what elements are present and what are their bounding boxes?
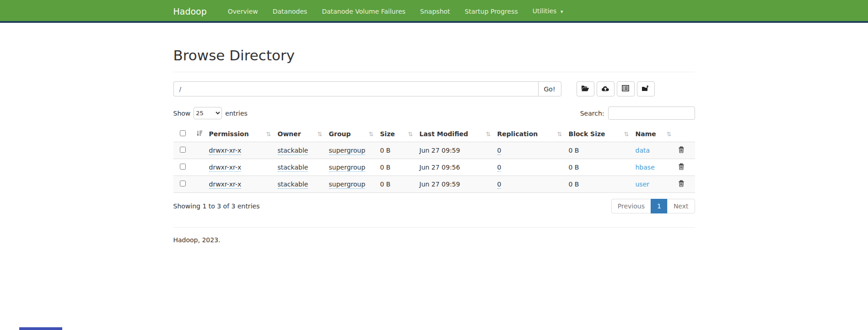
header-owner-label: Owner [278, 130, 301, 138]
header-name[interactable]: Name ⇅ [632, 126, 674, 142]
nav-item-snapshot[interactable]: Snapshot [413, 0, 457, 23]
header-permission-label: Permission [209, 130, 249, 138]
sort-amount-icon[interactable] [196, 130, 203, 138]
sort-icon: ⇅ [557, 131, 562, 138]
block-size-value: 0 B [569, 181, 579, 188]
nav-item-overview[interactable]: Overview [221, 0, 265, 23]
sort-icon: ⇅ [624, 131, 629, 138]
nav-item-datanodes[interactable]: Datanodes [265, 0, 315, 23]
size-value: 0 B [380, 164, 391, 171]
folder-move-icon [642, 85, 650, 93]
table-header-row: Permission ⇅ Owner ⇅ Group ⇅ Size ⇅ Last… [173, 126, 695, 142]
path-bar: Go! [173, 81, 695, 96]
show-label: Show [173, 110, 191, 117]
row-checkbox[interactable] [180, 181, 186, 186]
nav-item-startup-progress[interactable]: Startup Progress [458, 0, 525, 23]
directory-link[interactable]: data [636, 147, 650, 154]
delete-button[interactable] [678, 146, 685, 154]
brand-hadoop[interactable]: Hadoop [173, 0, 207, 23]
move-directory-button[interactable] [637, 81, 655, 96]
header-owner[interactable]: Owner ⇅ [274, 126, 325, 142]
directory-table: Permission ⇅ Owner ⇅ Group ⇅ Size ⇅ Last… [173, 126, 695, 193]
path-input-group: Go! [173, 81, 561, 96]
owner-value[interactable]: stackable [278, 164, 308, 172]
trash-icon [678, 180, 685, 188]
group-value[interactable]: supergroup [329, 181, 366, 189]
last-modified-value: Jun 27 09:59 [420, 147, 460, 154]
select-all-checkbox[interactable] [180, 130, 186, 136]
replication-value[interactable]: 0 [497, 147, 501, 155]
directory-link[interactable]: hbase [636, 164, 655, 171]
row-checkbox[interactable] [180, 164, 186, 170]
size-value: 0 B [380, 147, 391, 154]
directory-path-input[interactable] [173, 81, 538, 96]
sort-icon: ⇅ [408, 131, 413, 138]
table-row: drwxr-xr-x stackable supergroup 0 B Jun … [173, 159, 695, 176]
sort-icon: ⇅ [667, 131, 672, 138]
nav-item-datanode-volume-failures[interactable]: Datanode Volume Failures [314, 0, 413, 23]
header-size-label: Size [380, 130, 395, 138]
folder-open-icon [581, 85, 589, 93]
search-input[interactable] [608, 106, 695, 120]
block-size-value: 0 B [569, 164, 579, 171]
page-title: Browse Directory [173, 47, 695, 64]
permission-value[interactable]: drwxr-xr-x [209, 181, 242, 189]
owner-value[interactable]: stackable [278, 147, 308, 155]
replication-value[interactable]: 0 [497, 164, 501, 172]
file-list-button[interactable] [617, 81, 635, 96]
header-replication[interactable]: Replication ⇅ [494, 126, 565, 142]
nav-item-utilities-dropdown[interactable]: Utilities ▾ [525, 0, 571, 23]
page-length-control: Show 25 entries [173, 107, 248, 119]
entries-label: entries [225, 110, 248, 117]
table-footer: Showing 1 to 3 of 3 entries Previous 1 N… [173, 199, 695, 213]
header-last-modified[interactable]: Last Modified ⇅ [416, 126, 494, 142]
nav-item-utilities-label: Utilities [533, 7, 557, 15]
page-length-select[interactable]: 25 [194, 107, 222, 119]
pagination-next[interactable]: Next [667, 199, 695, 213]
go-button[interactable]: Go! [538, 81, 561, 96]
header-block-size[interactable]: Block Size ⇅ [565, 126, 632, 142]
upload-icon [601, 85, 609, 93]
upload-file-button[interactable] [597, 81, 615, 96]
divider [173, 227, 695, 228]
top-navbar: Hadoop Overview Datanodes Datanode Volum… [0, 0, 868, 23]
header-last-modified-label: Last Modified [420, 130, 469, 138]
table-controls: Show 25 entries Search: [173, 106, 695, 120]
table-row: drwxr-xr-x stackable supergroup 0 B Jun … [173, 142, 695, 159]
header-permission[interactable]: Permission ⇅ [205, 126, 274, 142]
trash-icon [678, 146, 685, 154]
header-select-all [173, 126, 205, 142]
sort-icon: ⇅ [369, 131, 374, 138]
list-icon [622, 85, 629, 93]
block-size-value: 0 B [569, 147, 579, 154]
delete-button[interactable] [678, 180, 685, 188]
directory-link[interactable]: user [636, 181, 650, 188]
trash-icon [678, 163, 685, 171]
header-block-size-label: Block Size [569, 130, 605, 138]
owner-value[interactable]: stackable [278, 181, 308, 189]
create-directory-button[interactable] [577, 81, 594, 96]
header-actions [674, 126, 695, 142]
sort-icon: ⇅ [318, 131, 323, 138]
permission-value[interactable]: drwxr-xr-x [209, 164, 242, 172]
header-group[interactable]: Group ⇅ [325, 126, 377, 142]
main-content: Browse Directory Go! [173, 47, 695, 244]
delete-button[interactable] [678, 163, 685, 171]
directory-toolbar [577, 81, 657, 96]
group-value[interactable]: supergroup [329, 147, 366, 155]
header-replication-label: Replication [497, 130, 538, 138]
search-control: Search: [580, 106, 695, 120]
group-value[interactable]: supergroup [329, 164, 366, 172]
row-checkbox[interactable] [180, 147, 186, 153]
pagination-previous[interactable]: Previous [611, 199, 651, 213]
divider [173, 72, 695, 72]
page-footer: Hadoop, 2023. [173, 236, 695, 244]
last-modified-value: Jun 27 09:59 [420, 181, 460, 188]
replication-value[interactable]: 0 [497, 181, 501, 189]
header-group-label: Group [329, 130, 351, 138]
header-name-label: Name [636, 130, 656, 138]
sort-icon: ⇅ [486, 131, 491, 138]
header-size[interactable]: Size ⇅ [377, 126, 416, 142]
permission-value[interactable]: drwxr-xr-x [209, 147, 242, 155]
pagination-page-1[interactable]: 1 [651, 199, 668, 213]
